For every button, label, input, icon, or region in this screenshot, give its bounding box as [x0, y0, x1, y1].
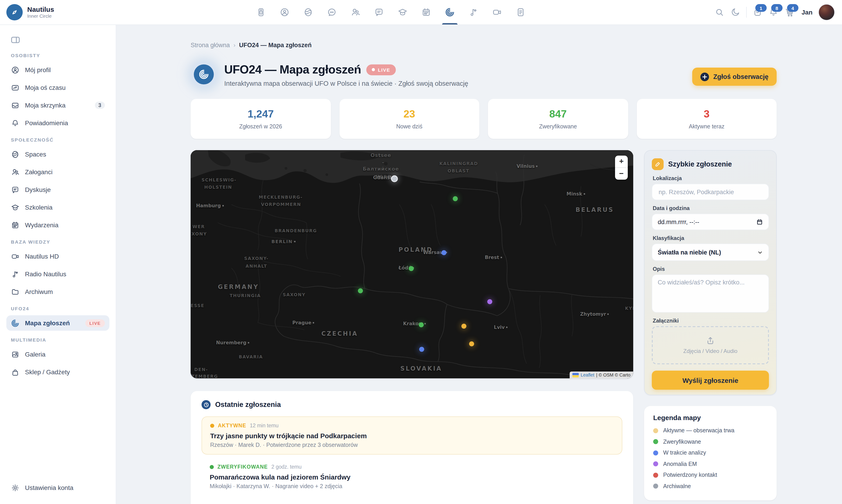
users-icon	[11, 168, 19, 176]
live-dot-icon	[372, 68, 375, 71]
upload-icon	[706, 336, 715, 345]
datetime-input[interactable]: dd.mm.rrrr, --:--	[652, 214, 769, 230]
chevron-down-icon	[757, 249, 763, 255]
sidebar: OSOBISTY Mój profil Moja oś czasu Moja s…	[0, 24, 116, 504]
nav-tab-trainings[interactable]	[398, 0, 408, 24]
sidebar-item-os-czasu[interactable]: Moja oś czasu	[6, 80, 109, 95]
nav-tab-ufo24-map[interactable]	[445, 0, 455, 24]
zoom-out-button[interactable]: −	[615, 168, 628, 180]
map-marker-w_analizie[interactable]	[419, 347, 424, 352]
brand[interactable]: Nautilus Inner Circle	[0, 4, 109, 20]
report-item[interactable]: ZWERYFIKOWANE 2 godz. temu Pomarańczowa …	[201, 458, 622, 496]
attachments-dropzone[interactable]: Zdjęcia / Video / Audio	[652, 326, 769, 364]
bell-icon	[11, 119, 19, 127]
breadcrumb-home[interactable]: Strona główna	[191, 42, 230, 49]
leaflet-link[interactable]: Leaflet	[581, 373, 594, 377]
report-item[interactable]: W ANALIZIE 5 godz. temu	[201, 502, 622, 504]
inbox-icon	[11, 101, 19, 110]
map-marker-zweryfikowane[interactable]	[453, 196, 458, 201]
sidebar-collapse-button[interactable]	[10, 35, 21, 46]
sidebar-item-galeria[interactable]: Galeria	[6, 347, 109, 362]
map-marker-zweryfikowane[interactable]	[358, 288, 363, 293]
image-icon	[11, 350, 19, 359]
field-label-klasyfikacja: Klasyfikacja	[653, 235, 769, 241]
sidebar-item-wydarzenia[interactable]: Wydarzenia	[6, 217, 109, 233]
nav-tab-chat[interactable]	[327, 0, 337, 24]
description-textarea[interactable]: Co widziałeś/aś? Opisz krótko...	[652, 274, 769, 312]
sidebar-item-label: Moja skrzynka	[25, 102, 66, 109]
sidebar-item-label: Ustawienia konta	[25, 484, 73, 491]
map-marker-w_analizie[interactable]	[441, 250, 446, 255]
report-item[interactable]: AKTYWNE 12 min temu Trzy jasne punkty w …	[201, 416, 622, 454]
sidebar-item-skrzynka[interactable]: Moja skrzynka 3	[6, 97, 109, 113]
sidebar-item-nautilus-hd[interactable]: Nautilus HD	[6, 249, 109, 264]
device-icon	[256, 7, 266, 17]
nav-tab-docs[interactable]	[516, 0, 526, 24]
sidebar-item-archiwum[interactable]: Archiwum	[6, 284, 109, 300]
sidebar-item-sklep[interactable]: Sklep / Gadżety	[6, 364, 109, 380]
map-marker-anomalia_em[interactable]	[487, 299, 492, 304]
video-camera-icon	[492, 7, 502, 17]
panel-columns-icon	[10, 35, 21, 46]
stat-label: Nowe dziś	[396, 123, 422, 130]
legend-dot-anomalia	[653, 461, 658, 466]
nav-tab-events[interactable]	[421, 0, 431, 24]
stat-card-nowe: 23 Nowe dziś	[339, 99, 479, 139]
inbox-bag-button[interactable]: 1	[753, 7, 762, 17]
avatar[interactable]	[819, 4, 835, 20]
nav-tab-members[interactable]	[350, 0, 361, 24]
graduation-cap-icon	[398, 7, 408, 17]
nav-tab-profile[interactable]	[280, 0, 290, 24]
stat-value: 23	[404, 108, 415, 120]
map-markers	[191, 150, 633, 378]
top-header: Nautilus Inner Circle	[0, 0, 842, 25]
sidebar-item-radio[interactable]: Radio Nautilus	[6, 266, 109, 282]
nav-tab-video[interactable]	[492, 0, 502, 24]
sidebar-item-moj-profil[interactable]: Mój profil	[6, 62, 109, 77]
sidebar-item-powiadomienia[interactable]: Powiadomienia	[6, 115, 109, 131]
dark-mode-button[interactable]	[730, 7, 740, 17]
breadcrumb-current: UFO24 — Mapa zgłoszeń	[239, 42, 312, 49]
stat-value: 847	[549, 108, 567, 120]
map-marker-aktywne[interactable]	[469, 341, 474, 346]
map-marker-zweryfikowane[interactable]	[419, 322, 424, 327]
legend-item: W trakcie analizy	[653, 450, 768, 456]
document-icon	[516, 7, 526, 17]
zoom-in-button[interactable]: +	[615, 156, 628, 167]
note-pencil-icon	[652, 158, 664, 170]
sidebar-item-mapa-zgloszen[interactable]: Mapa zgłoszeń LIVE	[6, 315, 109, 331]
spiral-icon	[194, 65, 214, 84]
sidebar-item-label: Mój profil	[25, 66, 51, 73]
legend-dot-archiwalne	[653, 484, 658, 489]
notifications-button[interactable]: 8	[769, 7, 778, 17]
sidebar-item-label: Spaces	[25, 150, 46, 158]
sidebar-item-zaloganci[interactable]: Załoganci	[6, 164, 109, 180]
cart-button[interactable]: 4	[784, 7, 794, 17]
form-title: Szybkie zgłoszenie	[668, 160, 732, 168]
sidebar-item-label: Szkolenia	[25, 204, 52, 211]
sidebar-live-badge: LIVE	[85, 319, 105, 327]
submit-report-button[interactable]: Wyślij zgłoszenie	[652, 371, 769, 390]
location-input[interactable]	[658, 188, 763, 196]
sidebar-item-label: Galeria	[25, 351, 46, 358]
nav-tab-spaces[interactable]	[303, 0, 313, 24]
sidebar-item-ustawienia[interactable]: Ustawienia konta	[6, 480, 110, 496]
classification-select[interactable]: Światła na niebie (NL)	[652, 244, 769, 261]
map-marker-aktywne[interactable]	[461, 324, 467, 329]
stat-label: Zweryfikowane	[539, 123, 577, 130]
sidebar-item-szkolenia[interactable]: Szkolenia	[6, 200, 109, 215]
report-meta: Rzeszów · Marek D. · Potwierdzone przez …	[210, 442, 614, 448]
map-marker-zweryfikowane[interactable]	[409, 266, 414, 271]
ufo-map[interactable]: Ostsee-БалтийскоемореSCHLESWIG-HOLSTEINM…	[191, 150, 633, 378]
nav-tab-discussions[interactable]	[374, 0, 384, 24]
users-icon	[350, 7, 361, 17]
nav-tab-dashboard[interactable]	[256, 0, 266, 24]
sidebar-item-spaces[interactable]: Spaces	[6, 146, 109, 162]
plus-icon	[701, 72, 709, 81]
report-sighting-button[interactable]: Zgłoś obserwację	[692, 68, 777, 86]
legend-dot-kontakt	[653, 472, 658, 478]
search-button[interactable]	[715, 7, 724, 17]
map-marker-archiwalne[interactable]	[391, 175, 398, 182]
sidebar-item-dyskusje[interactable]: Dyskusje	[6, 182, 109, 197]
nav-tab-radio[interactable]	[469, 0, 478, 24]
